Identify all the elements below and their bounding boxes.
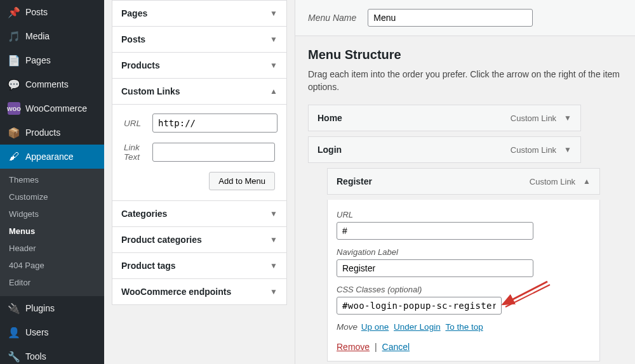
menu-structure-title: Menu Structure [308, 48, 622, 62]
css-classes-label: CSS Classes (optional) [337, 285, 591, 294]
remove-link[interactable]: Remove [337, 342, 370, 352]
wrench-icon: 🔧 [8, 350, 20, 363]
accordion-title: Custom Links [121, 86, 180, 96]
navigation-label-input[interactable] [337, 259, 533, 277]
chevron-down-icon: ▼ [270, 235, 277, 244]
sidebar-item-woocommerce[interactable]: woo WooCommerce [0, 96, 104, 120]
sidebar-subitem-customize[interactable]: Customize [0, 188, 104, 205]
sidebar-item-media[interactable]: 🎵 Media [0, 24, 104, 48]
menu-item-title: Home [318, 113, 342, 123]
sidebar-item-label: Pages [25, 55, 51, 65]
sidebar-submenu-appearance: Themes Customize Widgets Menus Header 40… [0, 169, 104, 296]
chevron-down-icon[interactable]: ▼ [564, 145, 572, 154]
move-up-one-link[interactable]: Up one [361, 322, 389, 332]
sidebar-item-label: Plugins [25, 303, 55, 313]
cancel-link[interactable]: Cancel [382, 342, 410, 352]
custom-link-url-input[interactable] [152, 114, 277, 133]
sidebar-subitem-404[interactable]: 404 Page [0, 257, 104, 274]
plugin-icon: 🔌 [8, 302, 20, 315]
menu-item-title: Login [318, 145, 342, 155]
annotation-arrow-icon [497, 279, 554, 311]
chevron-down-icon: ▼ [270, 35, 277, 44]
menu-item-title: Register [337, 176, 372, 186]
accordion-title: Pages [121, 8, 147, 18]
sidebar-item-label: Comments [25, 79, 69, 89]
accordion-categories[interactable]: Categories▼ [112, 200, 287, 227]
accordion-title: Posts [121, 34, 145, 44]
sidebar-item-users[interactable]: 👤 Users [0, 320, 104, 344]
menu-item-register[interactable]: Register Custom Link ▲ [327, 168, 600, 195]
move-label: Move [337, 322, 358, 332]
accordion-pages[interactable]: Pages▼ [112, 0, 287, 27]
sidebar-subitem-widgets[interactable]: Widgets [0, 205, 104, 223]
sidebar-item-comments[interactable]: 💬 Comments [0, 72, 104, 96]
sidebar-item-products[interactable]: 📦 Products [0, 120, 104, 145]
woocommerce-icon: woo [8, 102, 20, 115]
css-classes-input[interactable] [337, 297, 502, 315]
accordion-title: Categories [121, 209, 167, 219]
sidebar-subitem-editor[interactable]: Editor [0, 274, 104, 291]
sidebar-item-label: Appearance [25, 152, 74, 162]
custom-link-text-input[interactable] [152, 143, 275, 162]
sidebar-item-appearance[interactable]: 🖌 Appearance [0, 145, 104, 169]
chevron-down-icon: ▼ [270, 9, 277, 18]
chevron-down-icon: ▼ [270, 61, 277, 70]
accordion-title: Product tags [121, 261, 176, 271]
move-under-login-link[interactable]: Under Login [394, 322, 441, 332]
chevron-down-icon: ▼ [270, 261, 277, 270]
sidebar-item-label: Posts [25, 7, 48, 17]
menu-item-type: Custom Link [511, 114, 556, 123]
accordion-posts[interactable]: Posts▼ [112, 26, 287, 53]
custom-link-url-label: URL [124, 119, 141, 128]
menu-structure-panel: Menu Name Menu Structure Drag each item … [295, 0, 635, 364]
menu-item-register-settings: URL Navigation Label CSS Classes (option… [327, 200, 600, 361]
admin-sidebar: 📌 Posts 🎵 Media 📄 Pages 💬 Comments woo W… [0, 0, 104, 364]
accordion-product-tags[interactable]: Product tags▼ [112, 252, 287, 279]
menu-name-input[interactable] [368, 9, 533, 27]
sidebar-subitem-themes[interactable]: Themes [0, 171, 104, 188]
sidebar-item-label: Users [25, 327, 49, 337]
navigation-label-label: Navigation Label [337, 247, 591, 257]
sidebar-item-tools[interactable]: 🔧 Tools [0, 344, 104, 364]
chevron-down-icon: ▼ [270, 209, 277, 218]
sidebar-item-label: Tools [25, 351, 46, 361]
sidebar-item-pages[interactable]: 📄 Pages [0, 48, 104, 72]
menu-name-label: Menu Name [308, 13, 356, 23]
chevron-up-icon: ▲ [270, 87, 277, 96]
custom-link-text-label: Link Text [124, 143, 141, 162]
menu-item-login[interactable]: Login Custom Link ▼ [308, 136, 581, 163]
menu-structure-desc: Drag each item into the order you prefer… [308, 68, 622, 93]
brush-icon: 🖌 [8, 150, 20, 163]
media-icon: 🎵 [8, 30, 20, 42]
accordion-title: Products [121, 60, 160, 70]
pushpin-icon: 📌 [8, 6, 20, 18]
chevron-down-icon: ▼ [270, 287, 277, 296]
add-menu-items-panel: Pages▼ Posts▼ Products▼ Custom Links ▲ U… [104, 0, 295, 364]
accordion-products[interactable]: Products▼ [112, 52, 287, 79]
url-input[interactable] [337, 222, 533, 240]
move-to-top-link[interactable]: To the top [445, 322, 483, 332]
accordion-title: Product categories [121, 235, 202, 245]
sidebar-item-label: WooCommerce [25, 103, 87, 114]
menu-item-type: Custom Link [530, 177, 575, 186]
menu-item-home[interactable]: Home Custom Link ▼ [308, 105, 581, 131]
chevron-down-icon[interactable]: ▼ [564, 114, 572, 122]
sidebar-subitem-header[interactable]: Header [0, 240, 104, 257]
add-to-menu-button[interactable]: Add to Menu [209, 172, 275, 190]
accordion-product-categories[interactable]: Product categories▼ [112, 226, 287, 253]
accordion-woo-endpoints[interactable]: WooCommerce endpoints▼ [112, 278, 287, 305]
accordion-custom-links: Custom Links ▲ URL Link Text Add to Menu [112, 78, 287, 201]
sidebar-item-posts[interactable]: 📌 Posts [0, 0, 104, 24]
chevron-up-icon[interactable]: ▲ [583, 177, 591, 186]
sidebar-item-label: Media [25, 31, 50, 41]
accordion-custom-links-header[interactable]: Custom Links ▲ [112, 79, 286, 104]
url-label: URL [337, 210, 591, 219]
box-icon: 📦 [8, 126, 20, 139]
sidebar-item-label: Products [25, 127, 60, 138]
comment-icon: 💬 [8, 78, 20, 91]
pages-icon: 📄 [8, 54, 20, 67]
sidebar-item-plugins[interactable]: 🔌 Plugins [0, 296, 104, 320]
separator: | [375, 342, 377, 352]
menu-item-type: Custom Link [511, 145, 556, 155]
sidebar-subitem-menus[interactable]: Menus [0, 223, 104, 240]
